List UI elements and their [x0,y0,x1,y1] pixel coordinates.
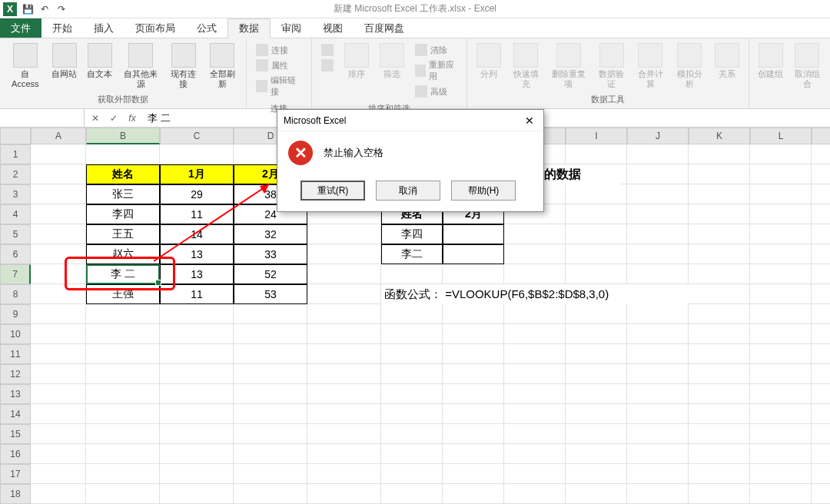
cell-bg[interactable] [750,384,812,404]
cell-bg[interactable] [689,224,750,244]
cell-bg[interactable] [504,424,566,444]
cell-bg[interactable] [627,384,689,404]
cell-bg[interactable] [689,384,750,404]
cell-bg[interactable] [31,364,86,384]
cell-bg[interactable] [504,264,566,284]
cell-bg[interactable] [627,404,689,424]
cell-bg[interactable] [86,424,160,444]
cell-bg[interactable] [566,264,627,284]
cell-bg[interactable] [627,424,689,444]
cell-G5[interactable] [443,224,504,244]
cell-bg[interactable] [307,444,381,464]
cell-bg[interactable] [234,344,307,364]
row-header-4[interactable]: 4 [0,204,31,224]
cell-bg[interactable] [160,304,234,324]
btn-refresh-all[interactable]: 全部刷新 [204,40,241,89]
cell-bg[interactable] [812,464,830,484]
cell-bg[interactable] [160,424,234,444]
cell-bg[interactable] [689,444,750,464]
btn-filter[interactable]: 筛选 [375,40,409,79]
cell-bg[interactable] [627,144,689,164]
tab-view[interactable]: 视图 [312,18,354,38]
btn-sort-za[interactable] [318,58,337,72]
cell-bg[interactable] [812,444,830,464]
cell-bg[interactable] [160,444,234,464]
cell-bg[interactable] [812,344,830,364]
cell-bg[interactable] [31,224,86,244]
cell-bg[interactable] [504,304,566,324]
cell-G6[interactable] [443,244,504,264]
cell-bg[interactable] [31,284,86,304]
cell-bg[interactable] [750,304,812,324]
cell-D8[interactable]: 53 [234,284,307,304]
col-header-M[interactable]: M [812,128,830,144]
cell-bg[interactable] [750,464,812,484]
cell-B4[interactable]: 李四 [86,204,160,224]
btn-clear[interactable]: 清除 [412,43,460,57]
cell-bg[interactable] [443,324,504,344]
cell-C6[interactable]: 13 [160,244,234,264]
cell-bg[interactable] [307,484,381,504]
cell-bg[interactable] [689,244,750,264]
btn-remove-dup[interactable]: 删除重复项 [546,40,592,89]
cell-bg[interactable] [307,404,381,424]
btn-whatif[interactable]: 模拟分析 [671,40,709,89]
cancel-icon[interactable]: ✕ [89,112,101,124]
cell-bg[interactable] [86,344,160,364]
cell-bg[interactable] [566,184,627,204]
redo-icon[interactable]: ↷ [55,3,68,15]
cell-bg[interactable] [812,404,830,424]
cell-bg[interactable] [160,404,234,424]
row-header-2[interactable]: 2 [0,164,31,184]
cell-bg[interactable] [750,244,812,264]
cell-bg[interactable] [443,384,504,404]
cell-bg[interactable] [504,364,566,384]
cell-bg[interactable] [31,244,86,264]
cell-bg[interactable] [160,464,234,484]
cell-bg[interactable] [160,364,234,384]
cell-bg[interactable] [31,404,86,424]
btn-sort-az[interactable] [318,43,337,57]
tab-review[interactable]: 审阅 [271,18,312,38]
cell-bg[interactable] [86,384,160,404]
fx-icon[interactable]: fx [126,112,138,124]
cell-bg[interactable] [307,244,381,264]
col-header-A[interactable]: A [31,128,86,144]
col-header-C[interactable]: C [160,128,234,144]
btn-group[interactable]: 创建组 [754,40,788,79]
cell-bg[interactable] [566,204,627,224]
btn-properties[interactable]: 属性 [253,58,305,72]
cell-bg[interactable] [160,384,234,404]
cell-bg[interactable] [689,324,750,344]
cell-bg[interactable] [381,344,443,364]
cell-bg[interactable] [627,244,689,264]
col-header-L[interactable]: L [750,128,812,144]
cell-bg[interactable] [160,484,234,504]
cell-bg[interactable] [504,464,566,484]
cell-bg[interactable] [566,444,627,464]
btn-text-to-col[interactable]: 分列 [472,40,506,79]
cell-bg[interactable] [566,224,627,244]
cell-bg[interactable] [381,464,443,484]
cell-bg[interactable] [504,444,566,464]
col-header-B[interactable]: B [86,128,160,144]
cell-bg[interactable] [812,424,830,444]
cell-bg[interactable] [31,264,86,284]
row-header-13[interactable]: 13 [0,384,31,404]
cell-bg[interactable] [566,324,627,344]
cell-bg[interactable] [307,264,381,284]
select-all-corner[interactable] [0,128,31,144]
cell-D5[interactable]: 32 [234,224,307,244]
cell-bg[interactable] [31,204,86,224]
cell-bg[interactable] [689,404,750,424]
cell-bg[interactable] [689,344,750,364]
cell-B2[interactable]: 姓名 [86,164,160,184]
cell-bg[interactable] [307,324,381,344]
row-header-7[interactable]: 7 [0,264,31,284]
cell-bg[interactable] [160,324,234,344]
cell-F5[interactable]: 李四 [381,224,443,244]
cell-bg[interactable] [627,324,689,344]
cell-C7[interactable]: 13 [160,264,234,284]
cell-bg[interactable] [566,384,627,404]
cell-bg[interactable] [234,324,307,344]
